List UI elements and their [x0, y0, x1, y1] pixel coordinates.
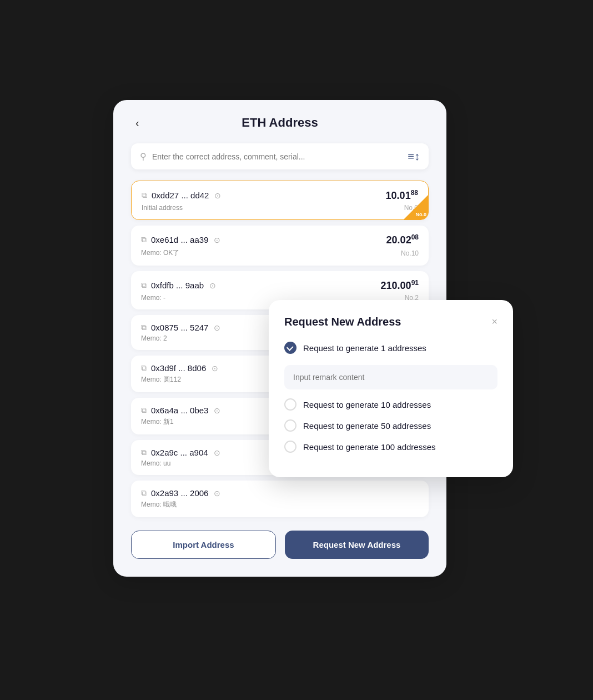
search-input[interactable] — [152, 152, 402, 161]
modal-close-button[interactable]: × — [491, 316, 497, 328]
address-item[interactable]: ⧉ 0xdd27 ... dd42 ⊙ 10.0188 Initial addr… — [131, 181, 429, 220]
radio-option-1[interactable]: Request to generate 1 addresses — [284, 342, 497, 354]
radio-label-4: Request to generate 100 addresses — [303, 442, 436, 452]
address-text: 0x0875 ... 5247 — [151, 323, 208, 332]
memo: Memo: - — [141, 294, 165, 302]
copy-icon[interactable]: ⧉ — [141, 488, 147, 498]
back-button[interactable]: ‹ — [131, 114, 144, 132]
address-text: 0x6a4a ... 0be3 — [151, 406, 208, 415]
radio-label-2: Request to generate 10 addresses — [303, 400, 431, 409]
radio-label-3: Request to generate 50 addresses — [303, 421, 431, 431]
request-address-modal: Request New Address × Request to generat… — [269, 300, 513, 477]
search-addr-icon[interactable]: ⊙ — [209, 281, 216, 290]
page-title: ETH Address — [242, 116, 318, 130]
radio-circle-1 — [284, 342, 296, 354]
memo: Memo: uu — [141, 459, 170, 467]
page-header: ‹ ETH Address — [131, 116, 429, 130]
copy-icon[interactable]: ⧉ — [141, 406, 147, 415]
amount: 210.0091 — [381, 279, 419, 292]
modal-header: Request New Address × — [284, 316, 497, 328]
radio-option-3[interactable]: Request to generate 50 addresses — [284, 419, 497, 432]
address-item[interactable]: ⧉ 0xe61d ... aa39 ⊙ 20.0208 Memo: OK了 No… — [131, 226, 429, 266]
memo: Initial address — [142, 204, 183, 212]
radio-option-2[interactable]: Request to generate 10 addresses — [284, 398, 497, 411]
search-addr-icon[interactable]: ⊙ — [212, 364, 218, 373]
memo: Memo: 2 — [141, 334, 167, 342]
amount-sub: 08 — [411, 233, 419, 241]
radio-label-1: Request to generate 1 addresses — [303, 343, 426, 353]
address-text: 0x2a93 ... 2006 — [151, 488, 208, 498]
remark-input[interactable] — [284, 365, 497, 389]
copy-icon[interactable]: ⧉ — [141, 448, 147, 457]
copy-icon[interactable]: ⧉ — [142, 191, 147, 200]
filter-icon[interactable]: ≡↕ — [408, 150, 420, 163]
search-addr-icon[interactable]: ⊙ — [214, 191, 221, 200]
bottom-buttons: Import Address Request New Address — [131, 531, 429, 559]
amount: 20.0208 — [386, 233, 419, 246]
import-address-button[interactable]: Import Address — [131, 531, 276, 559]
address-item[interactable]: ⧉ 0x2a93 ... 2006 ⊙ Memo: 哦哦 — [131, 481, 429, 517]
memo: Memo: OK了 — [141, 248, 179, 258]
search-addr-icon[interactable]: ⊙ — [214, 236, 220, 244]
radio-circle-3 — [284, 419, 296, 432]
main-container: ‹ ETH Address ⚲ ≡↕ ⧉ 0xdd27 ... dd42 ⊙ 1… — [113, 100, 480, 600]
radio-circle-2 — [284, 398, 296, 411]
search-addr-icon[interactable]: ⊙ — [214, 448, 220, 457]
search-addr-icon[interactable]: ⊙ — [214, 323, 220, 332]
copy-icon[interactable]: ⧉ — [141, 363, 147, 373]
search-icon: ⚲ — [140, 151, 147, 162]
amount-sub: 91 — [411, 279, 419, 287]
radio-option-4[interactable]: Request to generate 100 addresses — [284, 441, 497, 453]
copy-icon[interactable]: ⧉ — [141, 323, 147, 332]
copy-icon[interactable]: ⧉ — [141, 235, 147, 244]
memo: Memo: 哦哦 — [141, 500, 177, 509]
request-new-address-button[interactable]: Request New Address — [285, 531, 429, 559]
number: No.10 — [401, 249, 419, 257]
search-addr-icon[interactable]: ⊙ — [214, 406, 220, 415]
address-text: 0x2a9c ... a904 — [151, 448, 208, 457]
radio-circle-4 — [284, 441, 296, 453]
search-bar: ⚲ ≡↕ — [131, 143, 429, 169]
address-text: 0xe61d ... aa39 — [151, 235, 208, 244]
modal-title: Request New Address — [284, 316, 401, 328]
address-text: 0x3d9f ... 8d06 — [151, 363, 206, 373]
search-addr-icon[interactable]: ⊙ — [214, 489, 220, 498]
address-text: 0xdd27 ... dd42 — [152, 191, 209, 200]
memo: Memo: 圆112 — [141, 375, 181, 384]
corner-label: No.0 — [415, 212, 426, 217]
memo: Memo: 新1 — [141, 417, 174, 427]
address-text: 0xfdfb ... 9aab — [151, 281, 204, 290]
copy-icon[interactable]: ⧉ — [141, 281, 147, 290]
